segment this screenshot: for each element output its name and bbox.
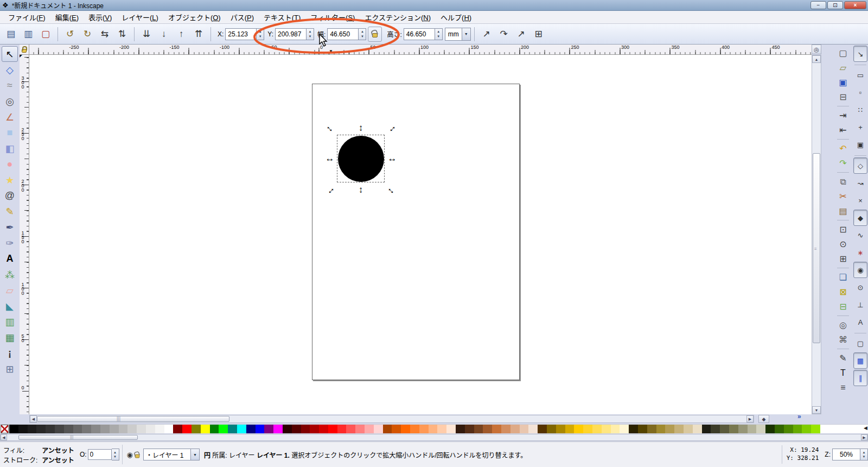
paint-bucket-tool[interactable]: ◣ — [2, 298, 18, 314]
copy-button[interactable]: ⧉ — [835, 174, 851, 189]
menu-extensions[interactable]: エクステンション(N) — [360, 10, 436, 24]
width-spinner[interactable]: ▲▼ — [359, 28, 366, 40]
layer-selector[interactable]: ・レイヤー 1 ▼ — [143, 449, 200, 460]
flip-horizontal-button[interactable]: ⇆ — [97, 26, 113, 42]
palette-swatch[interactable] — [273, 425, 283, 433]
eraser-tool[interactable]: ▱ — [2, 282, 18, 298]
palette-swatch[interactable] — [328, 425, 337, 433]
scroll-up-arrow[interactable]: ▲ — [812, 55, 821, 63]
snap-object-centers-button[interactable]: ◉ — [853, 262, 867, 278]
snap-bbox-centers-button[interactable]: ▣ — [853, 136, 867, 153]
flip-vertical-button[interactable]: ⇅ — [114, 26, 130, 42]
unit-selector[interactable]: mm▼ — [445, 28, 471, 41]
palette-swatch[interactable] — [784, 425, 793, 433]
palette-swatch[interactable] — [665, 425, 674, 433]
menu-text[interactable]: テキスト(T) — [259, 10, 305, 24]
new-document-button[interactable]: ▢ — [835, 46, 851, 60]
menu-filters[interactable]: フィルター(S) — [305, 10, 360, 24]
palette-swatch[interactable] — [702, 425, 711, 433]
minimize-button[interactable]: − — [810, 1, 826, 9]
affect-corners-button[interactable]: ↷ — [496, 26, 512, 42]
palette-swatch[interactable] — [410, 425, 419, 433]
horizontal-scrollbar[interactable]: ◀ ||| ▶ — [29, 415, 754, 423]
palette-swatch[interactable] — [693, 425, 702, 433]
palette-swatch[interactable] — [155, 425, 164, 433]
snap-bbox-corners-button[interactable]: ∷ — [853, 102, 867, 118]
box-3d-tool[interactable]: ◧ — [2, 141, 18, 156]
palette-swatch[interactable] — [36, 425, 46, 433]
cut-button[interactable]: ✂ — [835, 189, 851, 204]
palette-scroll-right-arrow[interactable]: ▶ — [861, 434, 867, 440]
ruler-corner-lock[interactable] — [20, 45, 29, 55]
palette-swatch[interactable] — [228, 425, 237, 433]
find-replace-button[interactable]: ◎ — [835, 318, 851, 332]
palette-swatch[interactable] — [237, 425, 246, 433]
palette-swatch[interactable] — [520, 425, 529, 433]
palette-swatch[interactable] — [137, 425, 146, 433]
palette-swatch[interactable] — [456, 425, 465, 433]
raise-to-top-button[interactable]: ⇈ — [190, 26, 207, 42]
snap-bbox-midpoints-button[interactable]: + — [853, 119, 867, 135]
palette-swatch[interactable] — [638, 425, 647, 433]
palette-swatch[interactable] — [674, 425, 684, 433]
calligraphy-tool[interactable]: ✑ — [2, 235, 18, 251]
palette-swatch[interactable] — [556, 425, 565, 433]
ellipse-tool[interactable]: ● — [2, 156, 18, 172]
palette-swatch[interactable] — [756, 425, 765, 433]
scroll-left-arrow[interactable]: ◀ — [30, 415, 37, 422]
snap-bbox-button[interactable]: ▭ — [853, 67, 867, 83]
palette-swatch[interactable] — [374, 425, 383, 433]
selected-circle[interactable] — [338, 136, 384, 182]
snap-grid-button[interactable]: ▦ — [853, 352, 867, 369]
palette-swatch[interactable] — [811, 425, 820, 433]
mesh-gradient-tool[interactable]: ▦ — [2, 330, 18, 345]
open-button[interactable]: ▱ — [835, 60, 851, 75]
palette-swatch[interactable] — [748, 425, 757, 433]
palette-swatch[interactable] — [201, 425, 210, 433]
y-field[interactable] — [275, 28, 307, 40]
palette-swatch[interactable] — [301, 425, 310, 433]
palette-swatch[interactable] — [802, 425, 811, 433]
selector-tool[interactable]: ↖ — [2, 46, 18, 62]
lock-ratio-button[interactable] — [368, 27, 382, 42]
palette-swatch[interactable] — [602, 425, 611, 433]
affect-patterns-button[interactable]: ⊞ — [531, 26, 547, 42]
opacity-spinner[interactable]: ▲▼ — [112, 449, 119, 460]
spiral-tool[interactable]: @ — [2, 188, 18, 204]
lower-to-bottom-button[interactable]: ⇊ — [138, 26, 155, 42]
palette-swatch[interactable] — [346, 425, 355, 433]
redo-button[interactable]: ↷ — [835, 156, 851, 171]
x-spinner[interactable]: ▲▼ — [257, 28, 264, 40]
zoom-selection-button[interactable]: ⊡ — [835, 222, 851, 237]
fill-stroke-indicator[interactable]: フィル: アンセット ストローク: アンセット — [0, 445, 78, 464]
scale-handle-left[interactable]: ↔ — [325, 154, 335, 163]
palette-swatch[interactable] — [437, 425, 446, 433]
save-button[interactable]: ▣ — [835, 75, 851, 90]
palette-swatch[interactable] — [765, 425, 775, 433]
palette-swatch[interactable] — [656, 425, 666, 433]
x-field[interactable] — [225, 28, 257, 40]
palette-swatch[interactable] — [55, 425, 64, 433]
canvas[interactable]: ↕ ↕ ↔ ↔ ↔ ↔ ↔ ↔ — [29, 55, 812, 414]
snap-text-anchor-button[interactable]: A — [853, 314, 867, 330]
palette-swatch[interactable] — [611, 425, 620, 433]
palette-swatch[interactable] — [319, 425, 328, 433]
duplicate-button[interactable]: ❏ — [835, 270, 851, 285]
dropper-tool[interactable]: ¡ — [2, 345, 18, 361]
palette-swatch[interactable] — [192, 425, 201, 433]
affect-gradients-button[interactable]: ↗ — [513, 26, 529, 42]
palette-swatch[interactable] — [292, 425, 301, 433]
palette-swatch[interactable] — [219, 425, 228, 433]
snap-midpoints-button[interactable]: ∗ — [853, 244, 867, 261]
deselect-button[interactable]: ▢ — [37, 26, 54, 42]
palette-swatch[interactable] — [684, 425, 693, 433]
palette-scroll-left-arrow[interactable]: ◀ — [1, 434, 7, 440]
select-all-layers-button[interactable]: ▥ — [20, 26, 36, 42]
palette-swatch[interactable] — [775, 425, 784, 433]
scroll-down-arrow[interactable]: ▼ — [812, 406, 821, 414]
palette-swatch[interactable] — [110, 425, 119, 433]
zoom-input[interactable] — [832, 449, 860, 460]
snap-rotation-center-button[interactable]: ⊙ — [853, 279, 867, 295]
palette-swatch[interactable] — [647, 425, 656, 433]
unlink-clone-button[interactable]: ⊟ — [835, 299, 851, 314]
